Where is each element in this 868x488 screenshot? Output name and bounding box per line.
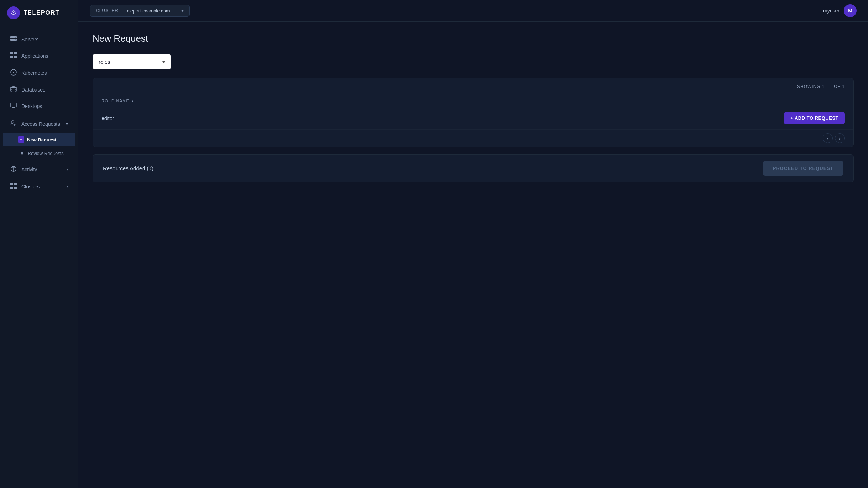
databases-icon: [10, 86, 17, 93]
sidebar-item-kubernetes[interactable]: Kubernetes: [3, 65, 75, 81]
servers-icon: [10, 36, 17, 43]
roles-table: SHOWING 1 - 1 of 1 ROLE NAME ▲ editor + …: [93, 78, 854, 147]
next-page-button[interactable]: ›: [835, 133, 845, 143]
kubernetes-label: Kubernetes: [21, 70, 47, 76]
topbar: CLUSTER: teleport.example.com ▾ myuser M: [78, 0, 868, 22]
svg-point-10: [11, 86, 16, 88]
svg-rect-11: [11, 103, 16, 107]
svg-rect-5: [14, 52, 17, 54]
applications-icon: [10, 52, 17, 60]
main-content: CLUSTER: teleport.example.com ▾ myuser M…: [78, 0, 868, 488]
cluster-value: teleport.example.com: [125, 8, 170, 14]
username: myuser: [823, 8, 839, 14]
desktops-label: Desktops: [21, 103, 42, 109]
new-request-plus-icon: +: [18, 136, 24, 143]
svg-point-3: [15, 40, 16, 40]
cluster-label: CLUSTER:: [96, 8, 120, 13]
servers-label: Servers: [21, 37, 38, 42]
svg-rect-17: [10, 183, 13, 185]
svg-rect-20: [14, 187, 17, 189]
user-avatar[interactable]: M: [844, 4, 857, 17]
resource-type-value: roles: [99, 59, 110, 65]
sidebar-item-clusters[interactable]: Clusters ›: [3, 178, 75, 195]
desktops-icon: [10, 103, 17, 110]
sidebar-item-new-request[interactable]: + New Request: [3, 133, 75, 146]
sidebar-item-review-requests[interactable]: ≡ Review Requests: [3, 147, 75, 160]
activity-chevron: ›: [67, 167, 68, 172]
sidebar-item-access-requests[interactable]: Access Requests ▾: [3, 116, 75, 132]
sidebar-nav: Servers Applications Kubernetes Database…: [0, 26, 78, 488]
table-row: editor + ADD TO REQUEST: [93, 107, 853, 130]
clusters-icon: [10, 183, 17, 191]
sidebar: ⚙ TELEPORT Servers Applications Kubernet…: [0, 0, 78, 488]
sidebar-item-desktops[interactable]: Desktops: [3, 98, 75, 114]
sidebar-item-servers[interactable]: Servers: [3, 32, 75, 47]
cluster-selector[interactable]: CLUSTER: teleport.example.com ▾: [90, 5, 190, 17]
svg-point-13: [12, 121, 14, 123]
svg-point-9: [13, 72, 14, 73]
access-requests-label: Access Requests: [21, 121, 60, 127]
page-body: New Request roles ▾ SHOWING 1 - 1 of 1 R…: [78, 22, 868, 488]
sidebar-item-activity[interactable]: Activity ›: [3, 161, 75, 178]
sidebar-item-databases[interactable]: Databases: [3, 82, 75, 98]
svg-rect-19: [10, 187, 13, 189]
resource-type-dropdown-icon: ▾: [162, 59, 165, 65]
role-name-column-header[interactable]: ROLE NAME ▲: [102, 99, 135, 103]
cluster-dropdown-icon: ▾: [181, 8, 184, 13]
proceed-to-request-button[interactable]: PROCEED TO REQUEST: [763, 161, 843, 176]
applications-label: Applications: [21, 53, 48, 59]
table-column-header: ROLE NAME ▲: [93, 95, 853, 107]
new-request-label: New Request: [27, 137, 56, 142]
svg-rect-18: [14, 183, 17, 185]
prev-page-button[interactable]: ‹: [823, 133, 833, 143]
clusters-chevron: ›: [67, 184, 68, 189]
sidebar-item-applications[interactable]: Applications: [3, 48, 75, 64]
sort-arrow-up: ▲: [131, 99, 135, 103]
svg-rect-4: [10, 52, 13, 54]
svg-rect-6: [10, 56, 13, 58]
table-header-bar: SHOWING 1 - 1 of 1: [93, 78, 853, 95]
logo[interactable]: ⚙ TELEPORT: [0, 0, 78, 26]
logo-text: TELEPORT: [24, 10, 60, 16]
svg-point-2: [15, 37, 16, 38]
role-name-cell: editor: [102, 115, 784, 121]
user-area: myuser M: [823, 4, 857, 17]
svg-rect-12: [12, 107, 15, 108]
activity-icon: [10, 166, 17, 173]
pagination: ‹ ›: [93, 130, 853, 147]
activity-label: Activity: [21, 167, 37, 172]
resource-type-dropdown[interactable]: roles ▾: [93, 54, 171, 69]
svg-rect-7: [14, 56, 17, 58]
review-requests-label: Review Requests: [28, 151, 64, 156]
logo-icon: ⚙: [7, 6, 20, 19]
access-requests-icon: [10, 120, 17, 128]
kubernetes-icon: [10, 69, 17, 77]
add-to-request-button[interactable]: + ADD TO REQUEST: [784, 112, 845, 124]
access-requests-chevron: ▾: [66, 121, 68, 126]
page-title: New Request: [93, 33, 854, 44]
databases-label: Databases: [21, 87, 45, 93]
review-requests-icon: ≡: [21, 151, 24, 156]
footer-bar: Resources Added (0) PROCEED TO REQUEST: [93, 154, 854, 182]
resources-added-label: Resources Added (0): [103, 165, 153, 171]
showing-count: SHOWING 1 - 1 of 1: [797, 84, 845, 89]
clusters-label: Clusters: [21, 184, 40, 190]
